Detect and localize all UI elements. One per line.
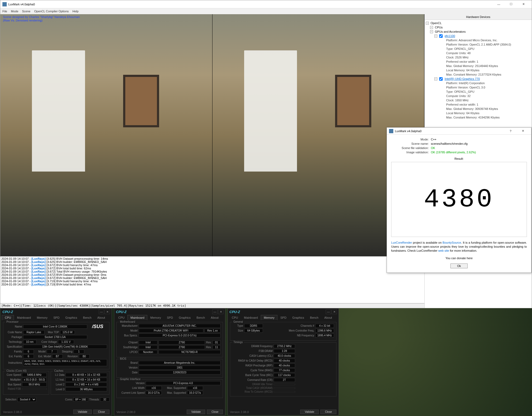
tab-spd[interactable]: SPD [164, 315, 176, 320]
iv-label: Image validation: [391, 151, 429, 154]
titlebar[interactable]: LuxMark v4.0alpha0 — ☐ ✕ [0, 0, 532, 8]
close-button[interactable]: Close [320, 410, 336, 414]
socket-select[interactable]: Socket #1 [17, 397, 36, 402]
tree-toggle-icon[interactable]: − [434, 35, 437, 38]
bus-speed: 99.8 MHz [22, 382, 47, 387]
cpu-tech: 10 nm [23, 340, 36, 344]
minimize-button[interactable]: — [326, 309, 331, 314]
minimize-button[interactable]: — [493, 0, 505, 8]
tab-cpu[interactable]: CPU [115, 315, 127, 320]
tab-bench[interactable]: Bench [194, 315, 208, 320]
bounty-link[interactable]: BountySource [443, 241, 461, 244]
validate-button[interactable]: Validate [300, 410, 319, 414]
sb-model: Z790 [159, 345, 205, 349]
device-prop: Local Memory: 64 Kbytes [426, 111, 531, 115]
trp: 40 clocks [274, 363, 295, 367]
result-dialog: LuxMark v4.0alpha0 ? ✕ Mode:C++ Scene na… [387, 127, 531, 273]
result-text: LuxCoreRender project is available on Bo… [391, 241, 527, 253]
device-intel[interactable]: Intel(R) UHD Graphics 770 [445, 77, 480, 81]
tab-cpu[interactable]: CPU [229, 315, 241, 320]
cpuz-window-cpu: CPU-Z—✕ CPU Mainboard Memory SPD Graphic… [1, 308, 112, 415]
bios-version: 1801 [139, 366, 221, 370]
tree-toggle-icon[interactable]: − [426, 22, 429, 25]
result-label: Result: [391, 157, 527, 160]
ok-button[interactable]: Ok [450, 263, 468, 268]
device-gfx1100[interactable]: gfx1100 [445, 34, 455, 38]
validate-button[interactable]: Validate [73, 410, 92, 414]
device-checkbox[interactable] [439, 77, 443, 81]
tab-about[interactable]: About [94, 315, 108, 320]
version: Version 2.08.0 [230, 410, 249, 414]
device-checkbox[interactable] [439, 34, 443, 38]
menu-mode[interactable]: Mode [11, 10, 19, 13]
tab-memory[interactable]: Memory [34, 315, 50, 320]
tab-mainboard[interactable]: Mainboard [14, 315, 34, 320]
cpu-spec: 13th Gen Intel(R) Core(TM) i9-13900K [23, 345, 107, 349]
chipset-rev: 01 [212, 340, 221, 344]
tab-about[interactable]: About [321, 315, 335, 320]
device-prop: Platform Version: OpenCL 2.1 AMD-APP (35… [426, 42, 531, 47]
app-icon [2, 2, 7, 6]
tab-spd[interactable]: SPD [50, 315, 63, 320]
tab-bench[interactable]: Bench [307, 315, 321, 320]
tab-spd[interactable]: SPD [277, 315, 289, 320]
device-prop: Max. Global Memory: 25149440 Kbytes [426, 64, 531, 68]
tab-cpu[interactable]: CPU [2, 315, 14, 320]
render-viewport: Scene designed by Charles "Sharlybg" Nan… [0, 14, 424, 256]
tab-mainboard[interactable]: Mainboard [241, 315, 261, 320]
tab-memory[interactable]: Memory [147, 315, 164, 320]
close-button[interactable]: ✕ [517, 127, 529, 135]
tree-gpus[interactable]: GPUs and Accelerators [435, 29, 465, 34]
close-button[interactable]: ✕ [218, 309, 223, 314]
trcd: 40 clocks [274, 359, 295, 363]
tree-cpus[interactable]: CPUs [435, 25, 443, 29]
bios-brand: American Megatrends Inc. [139, 361, 221, 365]
tab-bench[interactable]: Bench [80, 315, 94, 320]
gi-version: PCI-Express 4.0 [146, 381, 221, 385]
menu-scene[interactable]: Scene [22, 10, 30, 13]
group-processor: Processor [5, 320, 20, 323]
close-button[interactable]: ✕ [105, 309, 110, 314]
menu-help[interactable]: Help [72, 10, 79, 13]
minimize-button[interactable]: — [99, 309, 104, 314]
menu-opencl[interactable]: OpenCL Compiler Options [34, 10, 69, 13]
trc: 117 clocks [274, 373, 295, 377]
cpuz-window-mainboard: CPU-Z—✕ CPU Mainboard Memory SPD Graphic… [114, 308, 225, 415]
tab-mainboard[interactable]: Mainboard [127, 315, 147, 320]
sfv-label: Scene file validation: [391, 146, 429, 150]
minimize-button[interactable]: — [212, 309, 218, 314]
mode-value: C++ [431, 138, 527, 141]
menu-file[interactable]: File [2, 10, 7, 13]
close-button[interactable]: Close [93, 410, 109, 414]
group-clocks: Clocks (Core #0) [5, 369, 28, 372]
luxcore-link[interactable]: LuxCoreRender [391, 241, 412, 244]
cpu-name: Intel Core i9 13900K [23, 325, 87, 329]
lpcio-vendor: Nuvoton [139, 350, 157, 354]
tab-graphics[interactable]: Graphics [63, 315, 80, 320]
tab-memory[interactable]: Memory [261, 315, 277, 320]
help-button[interactable]: ? [504, 127, 517, 135]
multiplier: x 55.0 (8.0 - 58.0) [22, 378, 47, 382]
close-button[interactable]: Close [207, 410, 223, 414]
tab-graphics[interactable]: Graphics [176, 315, 194, 320]
group-bios: BIOS [119, 357, 127, 360]
tab-about[interactable]: About [208, 315, 222, 320]
maximize-button[interactable]: ☐ [505, 0, 517, 8]
mobo-bus: PCI-Express 5.0 (32.0 GT/s) [139, 333, 221, 337]
close-button[interactable]: ✕ [332, 309, 337, 314]
log-panel[interactable]: 2024-01-09 14:10:07 - [LuxRays] [3.625] … [0, 256, 424, 303]
device-prop: Max. Constant Memory: 21377024 Kbytes [426, 72, 531, 77]
website-link[interactable]: web site [438, 249, 449, 252]
donate-link[interactable]: here [467, 257, 473, 260]
hardware-tree[interactable]: − OpenCL − CPUs − GPUs and Accelerators … [425, 20, 532, 121]
cpu-family: 6 [23, 350, 34, 354]
hardware-panel-title: Hardware Devices [425, 14, 532, 20]
tree-toggle-icon[interactable]: − [430, 30, 433, 33]
cpu-codename: Raptor Lake [23, 330, 45, 334]
tree-opencl[interactable]: OpenCL [431, 21, 442, 25]
tab-graphics[interactable]: Graphics [289, 315, 307, 320]
close-button[interactable]: ✕ [517, 0, 530, 8]
validate-button[interactable]: Validate [187, 410, 205, 414]
tree-toggle-icon[interactable]: − [430, 26, 433, 29]
tree-toggle-icon[interactable]: − [434, 77, 437, 80]
